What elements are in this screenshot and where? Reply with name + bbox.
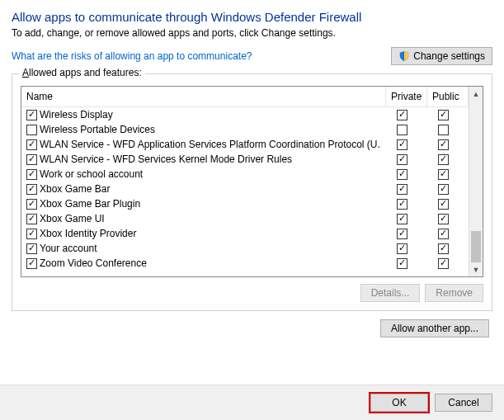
app-name: Wireless Portable Devices bbox=[40, 122, 155, 137]
shield-icon bbox=[398, 50, 410, 62]
table-row[interactable]: Xbox Identity Provider bbox=[21, 226, 469, 241]
table-row[interactable]: Wireless Portable Devices bbox=[21, 122, 469, 137]
private-checkbox[interactable] bbox=[397, 243, 407, 254]
private-checkbox[interactable] bbox=[397, 229, 407, 239]
public-checkbox[interactable] bbox=[438, 125, 449, 135]
app-name: Xbox Game Bar Plugin bbox=[40, 196, 140, 211]
enable-checkbox[interactable] bbox=[26, 154, 37, 165]
private-checkbox[interactable] bbox=[397, 110, 407, 120]
public-checkbox[interactable] bbox=[438, 154, 449, 165]
table-row[interactable]: Xbox Game Bar Plugin bbox=[21, 196, 469, 211]
table-row[interactable]: Zoom Video Conference bbox=[21, 256, 469, 271]
scroll-thumb[interactable] bbox=[471, 231, 481, 262]
enable-checkbox[interactable] bbox=[26, 258, 37, 269]
scroll-down-button[interactable]: ▼ bbox=[469, 262, 483, 276]
private-checkbox[interactable] bbox=[397, 258, 407, 269]
public-checkbox[interactable] bbox=[438, 258, 449, 269]
private-checkbox[interactable] bbox=[397, 154, 407, 165]
table-row[interactable]: WLAN Service - WFD Application Services … bbox=[21, 137, 469, 152]
public-checkbox[interactable] bbox=[438, 214, 449, 224]
app-name: Work or school account bbox=[40, 167, 143, 182]
enable-checkbox[interactable] bbox=[26, 125, 37, 135]
app-name: Xbox Game UI bbox=[40, 211, 105, 226]
scroll-track[interactable] bbox=[469, 101, 483, 262]
column-name[interactable]: Name bbox=[21, 87, 386, 106]
enable-checkbox[interactable] bbox=[26, 229, 37, 239]
allow-another-app-button[interactable]: Allow another app... bbox=[380, 319, 489, 337]
private-checkbox[interactable] bbox=[397, 214, 407, 224]
change-settings-button[interactable]: Change settings bbox=[391, 47, 492, 65]
group-label: Allowed apps and features: bbox=[19, 67, 145, 78]
page-title: Allow apps to communicate through Window… bbox=[12, 10, 492, 24]
remove-button[interactable]: Remove bbox=[425, 284, 483, 302]
public-checkbox[interactable] bbox=[438, 139, 449, 150]
change-settings-label: Change settings bbox=[413, 50, 485, 62]
enable-checkbox[interactable] bbox=[26, 110, 37, 120]
scrollbar[interactable]: ▲ ▼ bbox=[469, 87, 483, 276]
app-name: Xbox Game Bar bbox=[40, 182, 110, 196]
app-name: Wireless Display bbox=[40, 107, 113, 122]
enable-checkbox[interactable] bbox=[26, 169, 37, 180]
private-checkbox[interactable] bbox=[397, 139, 407, 150]
public-checkbox[interactable] bbox=[438, 110, 449, 120]
dialog-footer: OK Cancel bbox=[0, 385, 504, 420]
column-public[interactable]: Public bbox=[427, 87, 469, 106]
private-checkbox[interactable] bbox=[397, 169, 407, 180]
list-header: Name Private Public bbox=[21, 87, 469, 107]
enable-checkbox[interactable] bbox=[26, 184, 37, 195]
private-checkbox[interactable] bbox=[397, 184, 407, 195]
private-checkbox[interactable] bbox=[397, 199, 407, 210]
allowed-apps-group: Allowed apps and features: Name Private … bbox=[12, 73, 492, 311]
public-checkbox[interactable] bbox=[438, 243, 449, 254]
public-checkbox[interactable] bbox=[438, 169, 449, 180]
table-row[interactable]: Your account bbox=[21, 241, 469, 256]
table-row[interactable]: Xbox Game Bar bbox=[21, 182, 469, 196]
enable-checkbox[interactable] bbox=[26, 139, 37, 150]
app-name: Xbox Identity Provider bbox=[40, 226, 136, 241]
page-subtitle: To add, change, or remove allowed apps a… bbox=[12, 27, 492, 39]
cancel-button[interactable]: Cancel bbox=[435, 394, 492, 412]
app-name: WLAN Service - WFD Application Services … bbox=[40, 137, 381, 152]
enable-checkbox[interactable] bbox=[26, 214, 37, 224]
public-checkbox[interactable] bbox=[438, 199, 449, 210]
column-private[interactable]: Private bbox=[386, 87, 427, 106]
table-row[interactable]: Work or school account bbox=[21, 167, 469, 182]
table-row[interactable]: Xbox Game UI bbox=[21, 211, 469, 226]
scroll-up-button[interactable]: ▲ bbox=[469, 87, 483, 101]
app-name: Your account bbox=[40, 241, 97, 256]
public-checkbox[interactable] bbox=[438, 229, 449, 239]
enable-checkbox[interactable] bbox=[26, 243, 37, 254]
table-row[interactable]: Wireless Display bbox=[21, 107, 469, 122]
risks-link[interactable]: What are the risks of allowing an app to… bbox=[12, 50, 252, 62]
app-name: Zoom Video Conference bbox=[40, 256, 147, 271]
details-button[interactable]: Details... bbox=[360, 284, 421, 302]
app-name: WLAN Service - WFD Services Kernel Mode … bbox=[40, 152, 292, 167]
private-checkbox[interactable] bbox=[397, 125, 407, 135]
table-row[interactable]: WLAN Service - WFD Services Kernel Mode … bbox=[21, 152, 469, 167]
enable-checkbox[interactable] bbox=[26, 199, 37, 210]
ok-button[interactable]: OK bbox=[370, 394, 428, 412]
apps-list: Name Private Public Wireless DisplayWire… bbox=[21, 86, 483, 277]
public-checkbox[interactable] bbox=[438, 184, 449, 195]
